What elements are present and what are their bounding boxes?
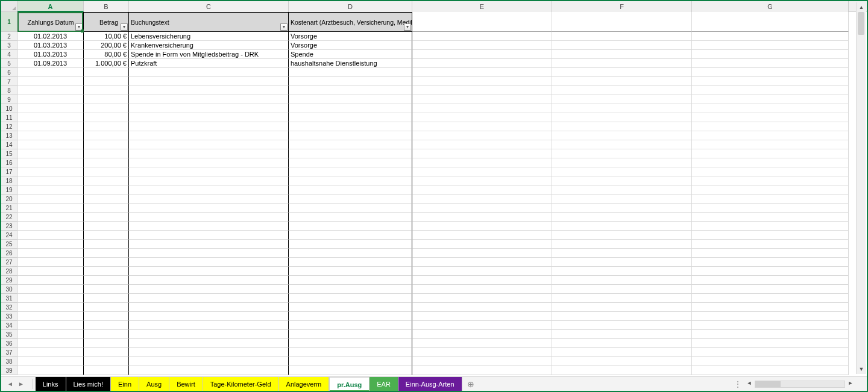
cell[interactable]: [17, 303, 84, 312]
cell[interactable]: [412, 357, 552, 366]
col-header-B[interactable]: B: [84, 1, 129, 12]
cell[interactable]: [692, 77, 849, 86]
cell[interactable]: [289, 158, 412, 167]
cell[interactable]: [552, 240, 692, 249]
cell[interactable]: 200,00 €: [84, 41, 129, 50]
cell[interactable]: [412, 231, 552, 240]
cell[interactable]: [84, 140, 129, 149]
cell[interactable]: [84, 321, 129, 330]
cell[interactable]: [17, 321, 84, 330]
cell[interactable]: [412, 339, 552, 348]
cell[interactable]: [17, 258, 84, 267]
row-header[interactable]: 8: [1, 86, 17, 95]
cell[interactable]: [552, 276, 692, 285]
cell[interactable]: [17, 312, 84, 321]
cell[interactable]: [17, 158, 84, 167]
cell[interactable]: [129, 122, 289, 131]
cell[interactable]: [412, 330, 552, 339]
cell[interactable]: [692, 294, 849, 303]
cell[interactable]: [692, 149, 849, 158]
cell[interactable]: [412, 140, 552, 149]
row-header[interactable]: 23: [1, 222, 17, 231]
cell[interactable]: [84, 86, 129, 95]
cell[interactable]: [129, 285, 289, 294]
row-header[interactable]: 36: [1, 339, 17, 348]
row-header[interactable]: 2: [1, 32, 17, 41]
cell[interactable]: [552, 222, 692, 231]
hscroll-thumb[interactable]: [755, 381, 781, 387]
cell[interactable]: [289, 330, 412, 339]
cell[interactable]: [692, 285, 849, 294]
row-header[interactable]: 29: [1, 276, 17, 285]
cell[interactable]: [84, 204, 129, 213]
cell[interactable]: [552, 204, 692, 213]
cell[interactable]: [129, 140, 289, 149]
cell[interactable]: [289, 339, 412, 348]
cell[interactable]: [552, 32, 692, 41]
cell[interactable]: [552, 357, 692, 366]
row-header[interactable]: 35: [1, 330, 17, 339]
cell[interactable]: [289, 176, 412, 185]
cell[interactable]: [692, 59, 849, 68]
cell[interactable]: [692, 204, 849, 213]
cell[interactable]: Spende in Form von Mitgliedsbeitrag - DR…: [129, 50, 289, 59]
cell[interactable]: [692, 276, 849, 285]
cell[interactable]: [129, 204, 289, 213]
cell[interactable]: [692, 104, 849, 113]
cell[interactable]: [289, 77, 412, 86]
cell[interactable]: [552, 185, 692, 194]
cell[interactable]: 10,00 €: [84, 32, 129, 41]
sheet-tab-pr-ausg[interactable]: pr.Ausg: [329, 377, 370, 391]
cell[interactable]: [552, 95, 692, 104]
cell[interactable]: [129, 267, 289, 276]
filter-dropdown-icon[interactable]: ▾: [404, 23, 411, 31]
cell[interactable]: [17, 240, 84, 249]
cell[interactable]: [692, 222, 849, 231]
sheet-tab-ausg[interactable]: Ausg: [139, 377, 169, 391]
cell[interactable]: [84, 330, 129, 339]
cell[interactable]: [552, 50, 692, 59]
cell[interactable]: [552, 348, 692, 357]
cell[interactable]: [692, 68, 849, 77]
cell[interactable]: [552, 258, 692, 267]
row-header[interactable]: 9: [1, 95, 17, 104]
sheet-tab-tage-kilometer-geld[interactable]: Tage-Kilometer-Geld: [203, 377, 279, 391]
cell[interactable]: [84, 348, 129, 357]
tab-nav-prev-icon[interactable]: ◄: [7, 381, 13, 387]
cell[interactable]: [552, 366, 692, 375]
cell[interactable]: [412, 276, 552, 285]
vscroll-thumb[interactable]: [858, 12, 864, 35]
cell[interactable]: [129, 339, 289, 348]
cell[interactable]: [129, 249, 289, 258]
cell[interactable]: [289, 204, 412, 213]
cell[interactable]: [412, 86, 552, 95]
cell[interactable]: [84, 267, 129, 276]
row-header[interactable]: 17: [1, 167, 17, 176]
row-header[interactable]: 18: [1, 176, 17, 185]
cell[interactable]: [289, 231, 412, 240]
row-header[interactable]: 16: [1, 158, 17, 167]
table-header-C[interactable]: Buchungstext▾: [129, 12, 289, 32]
cell[interactable]: [84, 122, 129, 131]
cell[interactable]: 1.000,00 €: [84, 59, 129, 68]
cell[interactable]: [129, 348, 289, 357]
cell[interactable]: [84, 131, 129, 140]
cell[interactable]: [129, 185, 289, 194]
cell[interactable]: [17, 339, 84, 348]
cell[interactable]: [289, 321, 412, 330]
cell[interactable]: [552, 167, 692, 176]
cell[interactable]: [412, 50, 552, 59]
cell[interactable]: [412, 348, 552, 357]
add-sheet-button[interactable]: ⊕: [462, 377, 479, 391]
cell[interactable]: [289, 285, 412, 294]
row-header[interactable]: 7: [1, 77, 17, 86]
cell[interactable]: [84, 95, 129, 104]
cell[interactable]: [412, 32, 552, 41]
cell[interactable]: [692, 312, 849, 321]
row-header[interactable]: 4: [1, 50, 17, 59]
col-header-E[interactable]: E: [412, 1, 552, 12]
cell[interactable]: [552, 267, 692, 276]
cell[interactable]: Krankenversicherung: [129, 41, 289, 50]
cell[interactable]: [552, 149, 692, 158]
row-header[interactable]: 15: [1, 149, 17, 158]
